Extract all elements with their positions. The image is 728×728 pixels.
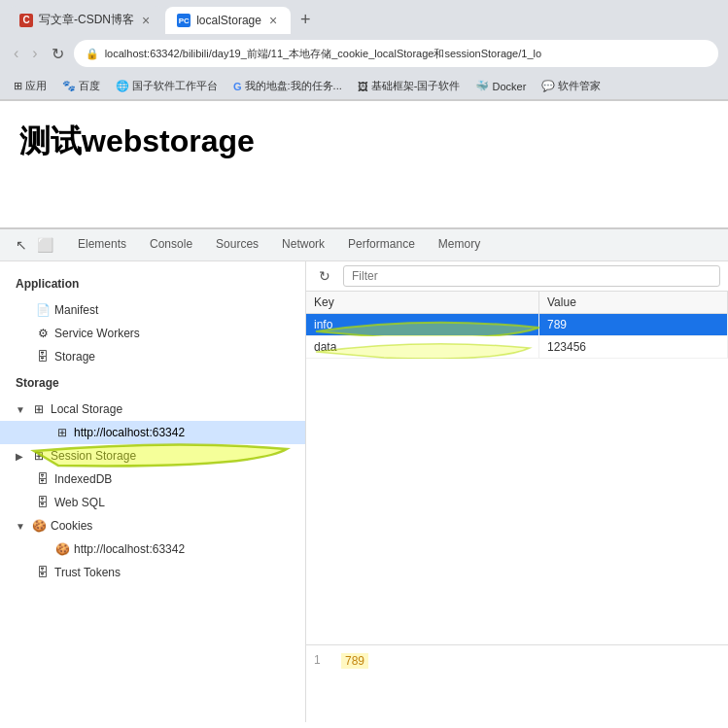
bm-google[interactable]: G 我的地盘:我的任务... <box>229 77 346 95</box>
indexed-db-icon: 🗄 <box>35 471 51 487</box>
baidu-icon: 🐾 <box>62 80 76 92</box>
bm-apps[interactable]: ⊞ 应用 <box>10 77 51 95</box>
tab-csdn-close[interactable]: × <box>140 13 152 28</box>
address-bar-row: ‹ › ↻ 🔒 localhost:63342/bilibili/day19_前… <box>0 34 728 73</box>
local-storage-label: Local Storage <box>51 402 122 416</box>
manifest-icon: 📄 <box>35 302 51 318</box>
address-text: localhost:63342/bilibili/day19_前端/11_本地存… <box>105 47 541 61</box>
table-row-info[interactable]: info 789 <box>306 314 728 336</box>
manifest-label: Manifest <box>54 303 98 317</box>
tab-elements[interactable]: Elements <box>66 229 138 260</box>
bm-jichukuangjia-label: 基础框架-国子软件 <box>371 79 461 93</box>
apps-icon: ⊞ <box>14 80 22 92</box>
tab-elements-label: Elements <box>78 237 126 251</box>
device-icon[interactable]: ⬜ <box>35 235 54 255</box>
cookies-label: Cookies <box>51 519 92 533</box>
devtools-body: Application 📄 Manifest ⚙ Service Workers… <box>0 261 728 722</box>
bottom-panel: 1 789 <box>306 644 728 722</box>
bm-jichukuangjia[interactable]: 🖼 基础框架-国子软件 <box>354 77 465 95</box>
tree-local-storage[interactable]: ▼ ⊞ Local Storage <box>0 398 305 421</box>
td-data-value: 123456 <box>539 336 728 358</box>
bm-baidu-label: 百度 <box>79 79 100 93</box>
software-mgr-icon: 💬 <box>541 80 555 92</box>
table-header: Key Value <box>306 292 728 314</box>
line-number: 1 <box>314 653 333 667</box>
expand-arrow-icon: ▼ <box>16 404 27 415</box>
tab-network-label: Network <box>282 237 325 251</box>
refresh-data-button[interactable]: ↻ <box>314 265 335 287</box>
tree-service-workers[interactable]: ⚙ Service Workers <box>0 322 305 345</box>
bm-software-mgr[interactable]: 💬 软件管家 <box>537 77 605 95</box>
browser-chrome: C 写文章-CSDN博客 × PC localStorage × + ‹ › ↻… <box>0 0 728 101</box>
bm-apps-label: 应用 <box>25 79 47 93</box>
tree-indexed-db[interactable]: 🗄 IndexedDB <box>0 468 305 491</box>
tree-storage-group[interactable]: 🗄 Storage <box>0 345 305 368</box>
tab-console[interactable]: Console <box>138 229 204 260</box>
tab-sources[interactable]: Sources <box>204 229 270 260</box>
bm-software-mgr-label: 软件管家 <box>558 79 601 93</box>
td-data-key: data <box>306 336 539 358</box>
tab-ls-close[interactable]: × <box>267 13 279 28</box>
trust-tokens-label: Trust Tokens <box>54 566 121 579</box>
tab-memory[interactable]: Memory <box>427 229 492 260</box>
tab-performance[interactable]: Performance <box>336 229 427 260</box>
tab-csdn[interactable]: C 写文章-CSDN博客 × <box>8 6 163 34</box>
tree-cookies[interactable]: ▼ 🍪 Cookies <box>0 514 305 537</box>
tab-performance-label: Performance <box>348 237 415 251</box>
tree-local-storage-host[interactable]: ⊞ http://localhost:63342 <box>0 421 305 444</box>
cookies-icon: 🍪 <box>31 518 47 534</box>
section-application-title: Application <box>0 269 305 298</box>
indexed-db-label: IndexedDB <box>54 472 112 486</box>
bm-baidu[interactable]: 🐾 百度 <box>58 77 104 95</box>
ls-favicon: PC <box>177 14 191 27</box>
session-storage-icon: ⊞ <box>31 448 47 464</box>
local-storage-host-icon: ⊞ <box>54 425 70 440</box>
data-table: Key Value info 789 <box>306 292 728 644</box>
cookies-expand-arrow-icon: ▼ <box>16 521 27 532</box>
table-row-data[interactable]: data 123456 <box>306 336 728 359</box>
web-sql-label: Web SQL <box>54 496 105 509</box>
service-workers-icon: ⚙ <box>35 326 51 341</box>
tab-sources-label: Sources <box>216 237 259 251</box>
address-bar[interactable]: 🔒 localhost:63342/bilibili/day19_前端/11_本… <box>74 40 718 67</box>
tab-localstorage[interactable]: PC localStorage × <box>165 7 291 34</box>
td-info-value: 789 <box>539 314 728 335</box>
tab-network[interactable]: Network <box>270 229 336 260</box>
new-tab-button[interactable]: + <box>293 6 319 34</box>
forward-button[interactable]: › <box>28 43 41 64</box>
tree-web-sql[interactable]: 🗄 Web SQL <box>0 491 305 514</box>
refresh-button[interactable]: ↻ <box>48 43 68 65</box>
tree-session-storage[interactable]: ▶ ⊞ Session Storage <box>0 444 305 468</box>
td-info-key: info <box>306 314 539 335</box>
bm-docker[interactable]: 🐳 Docker <box>471 78 530 94</box>
tree-cookies-host[interactable]: 🍪 http://localhost:63342 <box>0 537 305 561</box>
back-button[interactable]: ‹ <box>10 43 22 64</box>
bottom-value: 789 <box>341 653 368 669</box>
csdn-favicon: C <box>19 14 33 27</box>
tree-manifest[interactable]: 📄 Manifest <box>0 298 305 322</box>
cursor-icon[interactable]: ↖ <box>12 235 31 255</box>
devtools: ↖ ⬜ Elements Console Sources Network Per… <box>0 227 728 722</box>
filter-input[interactable] <box>343 265 720 287</box>
local-storage-icon: ⊞ <box>31 401 47 417</box>
tab-csdn-title: 写文章-CSDN博客 <box>39 12 134 28</box>
left-panel: Application 📄 Manifest ⚙ Service Workers… <box>0 261 306 722</box>
local-storage-host-label: http://localhost:63342 <box>74 426 185 439</box>
page-title: 测试webstorage <box>19 121 709 163</box>
tab-console-label: Console <box>150 237 192 251</box>
devtools-tab-bar: ↖ ⬜ Elements Console Sources Network Per… <box>0 229 728 261</box>
session-storage-label: Session Storage <box>51 449 136 463</box>
page-content: 测试webstorage <box>0 101 728 227</box>
th-key: Key <box>306 292 539 313</box>
bm-google-label: 我的地盘:我的任务... <box>245 79 342 93</box>
bookmarks-bar: ⊞ 应用 🐾 百度 🌐 国子软件工作平台 G 我的地盘:我的任务... 🖼 基础… <box>0 73 728 100</box>
right-panel: ↻ Key Value info 789 <box>306 261 728 722</box>
tab-bar: C 写文章-CSDN博客 × PC localStorage × + <box>0 0 728 34</box>
tree-trust-tokens[interactable]: 🗄 Trust Tokens <box>0 561 305 584</box>
cookies-host-label: http://localhost:63342 <box>74 542 185 556</box>
bm-guozi[interactable]: 🌐 国子软件工作平台 <box>112 77 222 95</box>
th-value: Value <box>539 292 728 313</box>
service-workers-label: Service Workers <box>54 327 140 340</box>
session-expand-arrow-icon: ▶ <box>16 451 27 462</box>
tab-ls-title: localStorage <box>196 14 261 27</box>
